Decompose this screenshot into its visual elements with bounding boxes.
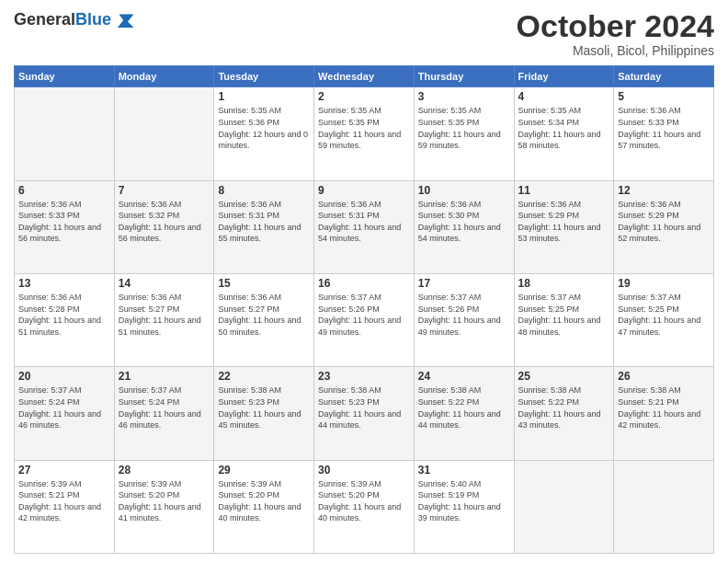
calendar-cell: 9Sunrise: 5:36 AMSunset: 5:31 PMDaylight… bbox=[314, 180, 415, 273]
calendar-cell bbox=[514, 460, 614, 553]
title-section: October 2024 Masoli, Bicol, Philippines bbox=[517, 9, 714, 58]
day-info: Sunrise: 5:35 AMSunset: 5:36 PMDaylight:… bbox=[218, 105, 310, 151]
day-info: Sunrise: 5:38 AMSunset: 5:23 PMDaylight:… bbox=[318, 385, 410, 431]
calendar-cell: 2Sunrise: 5:35 AMSunset: 5:35 PMDaylight… bbox=[314, 87, 415, 180]
calendar-cell: 30Sunrise: 5:39 AMSunset: 5:20 PMDayligh… bbox=[314, 460, 415, 553]
header-thursday: Thursday bbox=[414, 66, 514, 87]
header-monday: Monday bbox=[114, 66, 214, 87]
day-info: Sunrise: 5:38 AMSunset: 5:23 PMDaylight:… bbox=[218, 385, 310, 431]
day-info: Sunrise: 5:38 AMSunset: 5:22 PMDaylight:… bbox=[418, 385, 510, 431]
calendar-cell: 26Sunrise: 5:38 AMSunset: 5:21 PMDayligh… bbox=[614, 367, 714, 460]
day-info: Sunrise: 5:36 AMSunset: 5:29 PMDaylight:… bbox=[518, 199, 610, 245]
day-info: Sunrise: 5:37 AMSunset: 5:26 PMDaylight:… bbox=[418, 292, 510, 338]
day-info: Sunrise: 5:35 AMSunset: 5:35 PMDaylight:… bbox=[418, 105, 510, 151]
header-tuesday: Tuesday bbox=[214, 66, 314, 87]
day-number: 9 bbox=[318, 184, 410, 197]
day-number: 14 bbox=[119, 277, 210, 290]
day-number: 25 bbox=[518, 370, 610, 383]
day-info: Sunrise: 5:39 AMSunset: 5:21 PMDaylight:… bbox=[18, 478, 110, 524]
header-friday: Friday bbox=[514, 66, 614, 87]
calendar-cell: 28Sunrise: 5:39 AMSunset: 5:20 PMDayligh… bbox=[114, 460, 214, 553]
svg-marker-0 bbox=[118, 15, 134, 28]
day-info: Sunrise: 5:39 AMSunset: 5:20 PMDaylight:… bbox=[119, 478, 210, 524]
calendar-cell: 6Sunrise: 5:36 AMSunset: 5:33 PMDaylight… bbox=[15, 180, 115, 273]
day-info: Sunrise: 5:37 AMSunset: 5:25 PMDaylight:… bbox=[618, 292, 710, 338]
day-info: Sunrise: 5:39 AMSunset: 5:20 PMDaylight:… bbox=[218, 478, 310, 524]
day-number: 23 bbox=[318, 370, 410, 383]
day-number: 17 bbox=[418, 277, 510, 290]
calendar-cell: 21Sunrise: 5:37 AMSunset: 5:24 PMDayligh… bbox=[114, 367, 214, 460]
day-info: Sunrise: 5:36 AMSunset: 5:27 PMDaylight:… bbox=[218, 292, 310, 338]
week-row-1: 1Sunrise: 5:35 AMSunset: 5:36 PMDaylight… bbox=[15, 87, 714, 180]
month-title: October 2024 bbox=[517, 9, 714, 43]
calendar-cell: 1Sunrise: 5:35 AMSunset: 5:36 PMDaylight… bbox=[214, 87, 314, 180]
day-number: 8 bbox=[218, 184, 310, 197]
day-info: Sunrise: 5:37 AMSunset: 5:24 PMDaylight:… bbox=[119, 385, 210, 431]
day-number: 28 bbox=[119, 464, 210, 477]
day-number: 7 bbox=[119, 184, 210, 197]
day-info: Sunrise: 5:37 AMSunset: 5:26 PMDaylight:… bbox=[318, 292, 410, 338]
calendar-cell: 31Sunrise: 5:40 AMSunset: 5:19 PMDayligh… bbox=[414, 460, 514, 553]
day-number: 13 bbox=[18, 277, 110, 290]
week-row-4: 20Sunrise: 5:37 AMSunset: 5:24 PMDayligh… bbox=[15, 367, 714, 460]
calendar-cell: 19Sunrise: 5:37 AMSunset: 5:25 PMDayligh… bbox=[614, 274, 714, 367]
day-number: 11 bbox=[518, 184, 610, 197]
calendar-table: Sunday Monday Tuesday Wednesday Thursday… bbox=[14, 65, 714, 554]
calendar-cell: 20Sunrise: 5:37 AMSunset: 5:24 PMDayligh… bbox=[15, 367, 115, 460]
day-number: 2 bbox=[318, 90, 410, 103]
calendar-cell: 17Sunrise: 5:37 AMSunset: 5:26 PMDayligh… bbox=[414, 274, 514, 367]
day-info: Sunrise: 5:36 AMSunset: 5:31 PMDaylight:… bbox=[318, 199, 410, 245]
calendar-cell: 16Sunrise: 5:37 AMSunset: 5:26 PMDayligh… bbox=[314, 274, 415, 367]
day-number: 15 bbox=[218, 277, 310, 290]
day-info: Sunrise: 5:38 AMSunset: 5:22 PMDaylight:… bbox=[518, 385, 610, 431]
day-info: Sunrise: 5:39 AMSunset: 5:20 PMDaylight:… bbox=[318, 478, 410, 524]
day-number: 26 bbox=[618, 370, 710, 383]
calendar-cell bbox=[15, 87, 115, 180]
week-row-2: 6Sunrise: 5:36 AMSunset: 5:33 PMDaylight… bbox=[15, 180, 714, 273]
page: GeneralBlue October 2024 Masoli, Bicol, … bbox=[0, 0, 728, 563]
day-info: Sunrise: 5:40 AMSunset: 5:19 PMDaylight:… bbox=[418, 478, 510, 524]
day-number: 22 bbox=[218, 370, 310, 383]
day-info: Sunrise: 5:36 AMSunset: 5:28 PMDaylight:… bbox=[18, 292, 110, 338]
calendar-cell bbox=[614, 460, 714, 553]
day-number: 10 bbox=[418, 184, 510, 197]
calendar-cell: 27Sunrise: 5:39 AMSunset: 5:21 PMDayligh… bbox=[15, 460, 115, 553]
header-wednesday: Wednesday bbox=[314, 66, 415, 87]
header: GeneralBlue October 2024 Masoli, Bicol, … bbox=[14, 9, 714, 58]
day-info: Sunrise: 5:36 AMSunset: 5:29 PMDaylight:… bbox=[618, 199, 710, 245]
day-info: Sunrise: 5:36 AMSunset: 5:31 PMDaylight:… bbox=[218, 199, 310, 245]
logo-icon bbox=[113, 9, 135, 31]
week-row-3: 13Sunrise: 5:36 AMSunset: 5:28 PMDayligh… bbox=[15, 274, 714, 367]
calendar-cell: 25Sunrise: 5:38 AMSunset: 5:22 PMDayligh… bbox=[514, 367, 614, 460]
header-saturday: Saturday bbox=[614, 66, 714, 87]
day-number: 4 bbox=[518, 90, 610, 103]
calendar-cell: 29Sunrise: 5:39 AMSunset: 5:20 PMDayligh… bbox=[214, 460, 314, 553]
day-number: 18 bbox=[518, 277, 610, 290]
day-number: 24 bbox=[418, 370, 510, 383]
day-number: 19 bbox=[618, 277, 710, 290]
calendar-cell: 14Sunrise: 5:36 AMSunset: 5:27 PMDayligh… bbox=[114, 274, 214, 367]
day-info: Sunrise: 5:36 AMSunset: 5:27 PMDaylight:… bbox=[119, 292, 210, 338]
calendar-cell: 11Sunrise: 5:36 AMSunset: 5:29 PMDayligh… bbox=[514, 180, 614, 273]
calendar-cell: 7Sunrise: 5:36 AMSunset: 5:32 PMDaylight… bbox=[114, 180, 214, 273]
day-number: 12 bbox=[618, 184, 710, 197]
calendar-cell: 10Sunrise: 5:36 AMSunset: 5:30 PMDayligh… bbox=[414, 180, 514, 273]
day-number: 5 bbox=[618, 90, 710, 103]
logo: GeneralBlue bbox=[14, 9, 135, 31]
logo-blue: Blue bbox=[75, 10, 111, 29]
day-info: Sunrise: 5:38 AMSunset: 5:21 PMDaylight:… bbox=[618, 385, 710, 431]
calendar-cell bbox=[114, 87, 214, 180]
location: Masoli, Bicol, Philippines bbox=[517, 43, 714, 58]
calendar-cell: 4Sunrise: 5:35 AMSunset: 5:34 PMDaylight… bbox=[514, 87, 614, 180]
day-info: Sunrise: 5:37 AMSunset: 5:25 PMDaylight:… bbox=[518, 292, 610, 338]
day-number: 16 bbox=[318, 277, 410, 290]
header-sunday: Sunday bbox=[15, 66, 115, 87]
calendar-cell: 5Sunrise: 5:36 AMSunset: 5:33 PMDaylight… bbox=[614, 87, 714, 180]
calendar-cell: 12Sunrise: 5:36 AMSunset: 5:29 PMDayligh… bbox=[614, 180, 714, 273]
day-info: Sunrise: 5:36 AMSunset: 5:30 PMDaylight:… bbox=[418, 199, 510, 245]
week-row-5: 27Sunrise: 5:39 AMSunset: 5:21 PMDayligh… bbox=[15, 460, 714, 553]
calendar-cell: 18Sunrise: 5:37 AMSunset: 5:25 PMDayligh… bbox=[514, 274, 614, 367]
day-info: Sunrise: 5:36 AMSunset: 5:33 PMDaylight:… bbox=[618, 105, 710, 151]
day-info: Sunrise: 5:35 AMSunset: 5:34 PMDaylight:… bbox=[518, 105, 610, 151]
calendar-cell: 22Sunrise: 5:38 AMSunset: 5:23 PMDayligh… bbox=[214, 367, 314, 460]
